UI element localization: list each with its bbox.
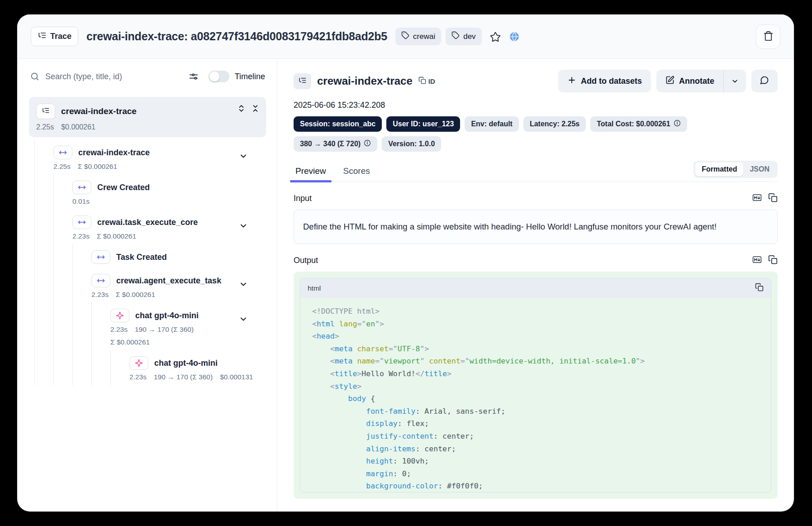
- info-icon[interactable]: [674, 120, 681, 129]
- tab-preview[interactable]: Preview: [294, 163, 328, 182]
- tree-node[interactable]: chat gpt-4o-mini2.23s190 → 170 (Σ 360)Σ …: [34, 303, 266, 350]
- trace-detail-panel: crewai-index-trace ID Add to datasets An…: [277, 59, 794, 512]
- tree-node-metrics: 0.01s: [72, 197, 150, 206]
- search-input[interactable]: [45, 72, 183, 81]
- tag-pill-dev[interactable]: dev: [446, 28, 481, 45]
- tree-node[interactable]: crewai.agent_execute_task2.23sΣ $0.00026…: [34, 268, 266, 303]
- copy-icon[interactable]: [768, 193, 778, 204]
- code-line: <meta name="viewport" content="width=dev…: [312, 355, 759, 368]
- detail-tabs: Preview Scores Formatted JSON: [294, 161, 778, 182]
- tree-node[interactable]: crewai.task_execute_core2.23sΣ $0.000261: [34, 210, 266, 244]
- page-title: crewai-index-trace: a082747f3146d0083179…: [86, 30, 387, 43]
- code-line: font-family: Arial, sans-serif;: [312, 405, 759, 418]
- code-line: height: 100vh;: [312, 455, 759, 468]
- format-option-formatted[interactable]: Formatted: [695, 163, 743, 176]
- markdown-icon[interactable]: [752, 255, 762, 266]
- indent-guide: [34, 350, 53, 385]
- tree-node-metrics: 2.25sΣ $0.000261: [53, 163, 150, 171]
- indent-guide: [110, 350, 129, 385]
- filter-sliders-icon[interactable]: [189, 72, 199, 81]
- trace-icon-badge: [36, 104, 55, 119]
- info-icon[interactable]: [364, 139, 371, 148]
- annotate-button[interactable]: Annotate: [656, 70, 723, 92]
- tree-search-row: Timeline: [29, 68, 266, 85]
- tree-node[interactable]: crewai-index-trace2.25sΣ $0.000261: [34, 140, 266, 175]
- annotate-dropdown-chevron[interactable]: [724, 70, 746, 92]
- code-block-header: html: [300, 278, 771, 298]
- metadata-pill: Env: default: [465, 116, 519, 132]
- code-line: <style>: [312, 380, 759, 393]
- indent-guide: [34, 175, 53, 210]
- comment-bubble-icon: [760, 76, 769, 87]
- trash-icon: [763, 31, 774, 43]
- code-line: <!DOCTYPE html>: [312, 305, 759, 318]
- markdown-icon[interactable]: [752, 193, 762, 204]
- code-line: justify-content: center;: [312, 430, 759, 443]
- format-toggle: Formatted JSON: [693, 161, 778, 178]
- window-header: Trace crewai-index-trace: a082747f3146d0…: [17, 14, 794, 59]
- add-to-datasets-button[interactable]: Add to datasets: [558, 70, 651, 92]
- delete-trace-button[interactable]: [756, 24, 780, 49]
- tree-node-metrics: Σ $0.000261: [110, 338, 199, 346]
- tree-node-title: chat gpt-4o-mini: [154, 359, 218, 368]
- tab-scores[interactable]: Scores: [342, 163, 372, 182]
- expand-all-icon[interactable]: [237, 104, 246, 115]
- chevron-down-icon[interactable]: [239, 221, 248, 232]
- code-language-label: html: [308, 284, 321, 292]
- tag-pill-crewai[interactable]: crewai: [395, 28, 441, 45]
- output-section-header: Output: [294, 255, 778, 266]
- search-icon: [30, 72, 40, 81]
- chevron-down-icon[interactable]: [239, 152, 248, 163]
- indent-guide: [53, 350, 72, 385]
- tree-node-metrics: 2.23s190 → 170 (Σ 360): [110, 325, 199, 334]
- tree-node-title: chat gpt-4o-mini: [135, 311, 199, 320]
- timeline-label: Timeline: [235, 72, 265, 81]
- collapse-all-icon[interactable]: [251, 104, 260, 115]
- list-tree-icon: [38, 31, 47, 42]
- indent-guide: [34, 303, 53, 350]
- indent-guide: [72, 350, 91, 385]
- code-block: html <!DOCTYPE html><html lang="en"><hea…: [300, 278, 771, 493]
- timeline-toggle[interactable]: [209, 71, 229, 82]
- tag-icon: [451, 31, 460, 42]
- tree-node-title: crewai-index-trace: [78, 148, 150, 158]
- format-option-json[interactable]: JSON: [743, 163, 776, 176]
- indent-guide: [91, 350, 110, 385]
- comments-button[interactable]: [751, 70, 778, 92]
- list-tree-icon: [298, 76, 307, 86]
- indent-guide: [34, 244, 53, 268]
- tree-node[interactable]: Crew Created0.01s: [34, 175, 266, 210]
- tree-node-metrics: 2.23sΣ $0.000261: [91, 291, 221, 299]
- copy-code-icon[interactable]: [755, 283, 764, 293]
- copy-icon: [418, 77, 426, 86]
- tree-root-node[interactable]: crewai-index-trace 2.25s $0.000261: [29, 97, 266, 137]
- span-arrows-icon: [91, 250, 110, 264]
- span-arrows-icon: [53, 146, 72, 159]
- code-content: <!DOCTYPE html><html lang="en"><head> <m…: [300, 298, 771, 492]
- trace-timestamp: 2025-06-06 15:23:42.208: [294, 100, 778, 110]
- metadata-pill: 380 → 340 (Σ 720): [294, 136, 377, 152]
- indent-guide: [53, 268, 72, 303]
- indent-guide: [91, 303, 110, 350]
- trace-tree-sidebar: Timeline crewai-index-trace 2.25s $0.000…: [17, 59, 277, 512]
- copy-id-control[interactable]: ID: [418, 77, 435, 86]
- span-arrows-icon: [72, 215, 91, 229]
- tree-node[interactable]: chat gpt-4o-mini2.23s190 → 170 (Σ 360)$0…: [34, 350, 266, 385]
- indent-guide: [53, 303, 72, 350]
- root-node-duration: 2.25s: [36, 123, 54, 131]
- tree-node-title: Crew Created: [97, 183, 150, 192]
- chevron-down-icon[interactable]: [239, 315, 248, 325]
- copy-icon[interactable]: [768, 255, 778, 266]
- trace-detail-window: Trace crewai-index-trace: a082747f3146d0…: [17, 14, 794, 512]
- tree-node[interactable]: Task Created: [34, 244, 266, 268]
- code-line: <title>Hello World!</title>: [312, 368, 759, 380]
- metadata-pill: Version: 1.0.0: [382, 136, 441, 152]
- star-icon[interactable]: [490, 31, 501, 42]
- annotate-split-button: Annotate: [656, 70, 746, 92]
- metadata-pill[interactable]: User ID: user_123: [386, 116, 460, 132]
- metadata-pill[interactable]: Session: session_abc: [294, 116, 382, 132]
- tag-icon: [401, 31, 409, 42]
- chevron-down-icon[interactable]: [239, 280, 248, 291]
- tag-list: crewaidev: [395, 28, 482, 45]
- globe-icon[interactable]: [509, 31, 520, 42]
